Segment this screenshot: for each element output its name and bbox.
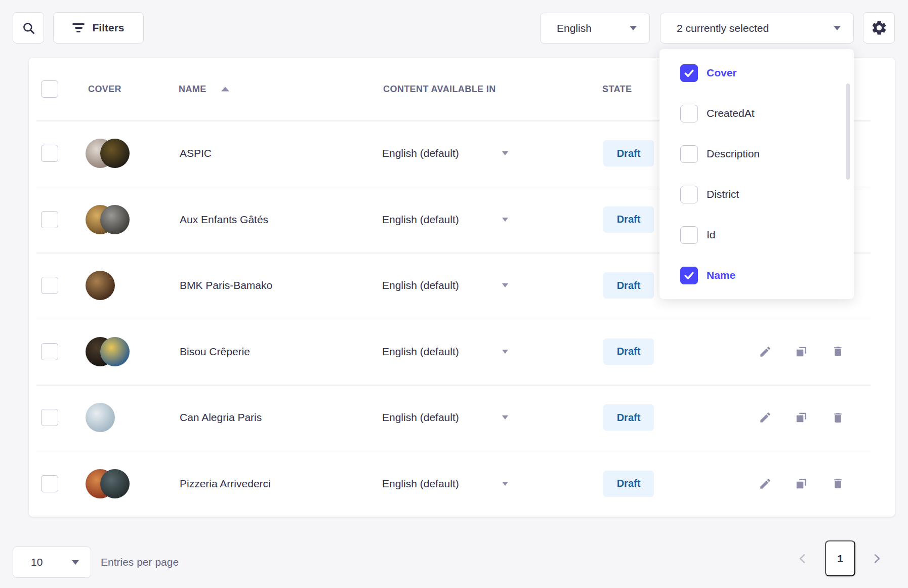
delete-button[interactable] [828,474,848,494]
entry-name: Aux Enfants Gâtés [180,214,268,226]
pencil-icon [759,345,772,358]
duplicate-button[interactable] [791,342,811,362]
cover-image [86,403,115,432]
status-badge: Draft [603,140,654,166]
chevron-left-icon [797,553,809,565]
delete-button[interactable] [828,407,848,428]
locale-cell-value: English (default) [382,147,459,159]
column-checkbox[interactable] [680,145,698,163]
column-toggle-item[interactable]: Id [659,215,854,255]
duplicate-button[interactable] [791,474,811,494]
sort-ascending-icon[interactable] [221,87,229,92]
pencil-icon [759,477,772,490]
select-all-checkbox[interactable] [41,80,58,98]
cover-image-secondary [100,337,130,366]
filters-button[interactable]: Filters [53,12,144,44]
chevron-down-icon [502,218,508,222]
cover-avatar-group [86,469,130,498]
column-header-content-available-in: CONTENT AVAILABLE IN [383,84,496,95]
table-row: Can Alegria Paris English (default) Draf… [29,385,895,451]
status-badge: Draft [603,471,654,497]
row-checkbox[interactable] [41,343,58,360]
column-checkbox[interactable] [680,267,698,284]
column-toggle-item[interactable]: Name [659,255,854,296]
entry-name: BMK Paris-Bamako [180,279,272,291]
search-icon [22,21,35,35]
chevron-down-icon [502,350,508,354]
column-header-name[interactable]: NAME [179,84,207,95]
column-toggle-label: Cover [707,67,737,79]
columns-select[interactable]: 2 currently selected [660,13,854,44]
column-header-state: STATE [602,84,632,95]
locale-cell-value: English (default) [382,411,459,424]
column-checkbox[interactable] [680,105,698,122]
next-page-button[interactable] [868,543,886,574]
column-checkbox[interactable] [680,186,698,203]
duplicate-icon [795,411,808,424]
entry-name: Can Alegria Paris [180,411,262,424]
chevron-down-icon [502,283,508,287]
gear-icon [871,19,888,36]
entries-per-page-label: Entries per page [101,547,179,578]
chevron-down-icon [72,560,79,565]
trash-icon [832,477,844,490]
locale-cell-select[interactable]: English (default) [382,411,459,424]
locale-select[interactable]: English [540,13,650,44]
column-toggle-item[interactable]: Cover [659,53,854,93]
table-row: Bisou Crêperie English (default) Draft [29,319,895,385]
previous-page-button[interactable] [794,543,812,574]
row-checkbox[interactable] [41,211,58,228]
columns-select-value: 2 currently selected [677,22,769,34]
locale-select-value: English [557,22,592,34]
column-toggle-label: CreatedAt [707,107,755,119]
chevron-down-icon [502,415,508,419]
entry-name: Bisou Crêperie [180,346,250,358]
page-size-value: 10 [31,556,43,568]
duplicate-button[interactable] [791,407,811,428]
entry-name: ASPIC [180,147,212,159]
locale-cell-select[interactable]: English (default) [382,147,459,159]
status-badge: Draft [603,404,654,431]
edit-button[interactable] [755,407,775,428]
row-checkbox[interactable] [41,145,58,162]
cover-avatar-group [86,271,130,300]
column-toggle-label: District [707,188,739,200]
table-row: Pizzeria Arrivederci English (default) D… [29,451,895,517]
locale-cell-value: English (default) [382,478,459,490]
row-checkbox[interactable] [41,475,58,492]
column-checkbox[interactable] [680,64,698,82]
entry-name: Pizzeria Arrivederci [180,478,271,490]
locale-cell-select[interactable]: English (default) [382,346,459,358]
search-button[interactable] [13,12,44,44]
locale-cell-value: English (default) [382,346,459,358]
status-badge: Draft [603,339,654,365]
column-checkbox[interactable] [680,226,698,244]
cover-avatar-group [86,403,130,432]
page-size-select[interactable]: 10 [13,547,91,578]
chevron-down-icon [630,26,637,30]
delete-button[interactable] [828,342,848,362]
cover-avatar-group [86,139,130,168]
row-checkbox[interactable] [41,409,58,426]
locale-cell-select[interactable]: English (default) [382,279,459,291]
column-toggle-item[interactable]: CreatedAt [659,93,854,134]
column-toggle-item[interactable]: District [659,174,854,215]
filters-button-label: Filters [92,22,124,34]
cover-image [86,271,115,300]
status-badge: Draft [603,206,654,233]
settings-button[interactable] [863,12,895,44]
duplicate-icon [795,477,808,490]
edit-button[interactable] [755,342,775,362]
column-toggle-item[interactable]: Description [659,134,854,174]
row-checkbox[interactable] [41,277,58,294]
panel-scrollbar[interactable] [846,83,850,180]
column-toggle-label: Name [707,269,735,281]
locale-cell-select[interactable]: English (default) [382,478,459,490]
checkmark-icon [683,67,695,79]
filter-icon [72,23,85,33]
locale-cell-select[interactable]: English (default) [382,214,459,226]
cover-avatar-group [86,205,130,234]
locale-cell-value: English (default) [382,214,459,226]
edit-button[interactable] [755,474,775,494]
page-1-button[interactable]: 1 [825,540,855,576]
